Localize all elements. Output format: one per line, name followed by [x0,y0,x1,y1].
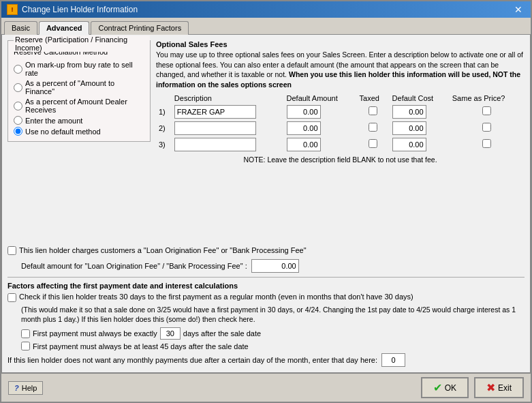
fee-amount-input-1[interactable] [287,105,321,119]
day-of-month-input[interactable] [381,353,405,367]
first-payment-exact-days[interactable] [160,327,181,340]
first-payment-exact-label2: days after the sale date [183,329,261,338]
col-description: Description [172,93,284,104]
fee-same-cell-3 [450,136,525,153]
fee-cost-cell-3 [390,136,450,153]
fees-table: Description Default Amount Taxed Default… [156,93,525,153]
loan-fee-label: This lien holder charges customers a "Lo… [19,246,307,254]
fee-num-1: 1) [156,104,172,120]
fee-taxed-cell-3 [357,136,390,153]
default-amount-input[interactable] [251,259,299,273]
fee-note: NOTE: Leave the description field BLANK … [156,155,525,164]
tab-content: Reserve (Participation / Financing Incom… [1,34,531,373]
bottom-section: This lien holder charges customers a "Lo… [7,246,525,367]
close-button[interactable]: ✕ [512,4,525,15]
exit-button[interactable]: ✖ Exit [474,377,524,398]
window-title: Change Lien Holder Information [22,5,138,14]
radio-enter-amount-label: Enter the amount [25,117,82,125]
main-window: ! Change Lien Holder Information ✕ Basic… [0,0,532,403]
radio-no-default[interactable] [14,127,22,136]
footer: ? Help ✔ OK ✖ Exit [1,373,531,402]
reserve-group-title: Reserve (Participation / Financing Incom… [14,35,150,52]
col-default-amount: Default Amount [284,93,357,104]
factors-check-30-row: Check if this lien holder treats 30 days… [7,293,525,302]
fee-amount-cell-1 [284,104,357,120]
fee-amount-cell-2 [284,120,357,136]
fee-desc-cell-3 [172,136,284,153]
fee-desc-input-3[interactable] [174,138,256,151]
fee-num-2: 2) [156,120,172,136]
first-payment-exact-label1: First payment must always be exactly [33,329,157,338]
fee-amount-input-3[interactable] [287,138,321,151]
app-icon: ! [7,4,18,15]
first-payment-45-row: First payment must always be at least 45… [21,342,525,350]
tab-contract[interactable]: Contract Printing Factors [91,21,189,35]
fee-cost-input-1[interactable] [392,105,426,119]
first-payment-45-check[interactable] [21,342,30,350]
fee-desc-input-2[interactable] [174,121,256,135]
radio-row-1: As a percent of "Amount to Finance" [14,79,144,95]
radio-markup-label: On mark-up from buy rate to sell rate [25,61,144,77]
help-icon: ? [14,384,19,392]
loan-fee-row: This lien holder charges customers a "Lo… [7,246,525,255]
col-num [156,93,172,104]
radio-no-default-label: Use no default method [25,128,101,136]
fee-cost-cell-2 [390,120,450,136]
main-area: Reserve (Participation / Financing Incom… [7,40,525,238]
first-payment-exact-check[interactable] [21,329,30,338]
fee-taxed-cell-2 [357,120,390,136]
optional-fees-section: Optional Sales Fees You may use up to th… [156,40,525,164]
default-amount-label: Default amount for "Loan Origination Fee… [21,262,247,270]
loan-fee-checkbox[interactable] [7,246,16,255]
factors-title: Factors affecting the first payment date… [7,282,525,290]
radio-amount-finance-label: As a percent of "Amount to Finance" [25,79,144,95]
fee-desc-cell-1 [172,104,284,120]
exit-icon: ✖ [486,381,495,394]
fee-amount-cell-3 [284,136,357,153]
fee-num-3: 3) [156,136,172,153]
fee-same-check-2[interactable] [482,123,491,132]
tab-advanced[interactable]: Advanced [39,21,90,35]
radio-enter-amount[interactable] [14,116,22,125]
ok-button[interactable]: ✔ OK [421,377,469,398]
radio-amount-finance[interactable] [14,83,22,92]
radio-row-0: On mark-up from buy rate to sell rate [14,61,144,77]
fee-taxed-check-1[interactable] [369,106,377,115]
fee-cost-input-3[interactable] [392,138,426,151]
factors-note-30: (This would make it so that a sale done … [21,305,525,325]
optional-fees-desc: You may use up to three optional sales f… [156,50,525,90]
help-label: Help [22,384,37,392]
fee-same-check-1[interactable] [482,106,491,115]
fee-row-3: 3) [156,136,525,153]
fee-desc-input-1[interactable] [174,105,256,119]
fee-same-check-3[interactable] [482,139,491,148]
exit-label: Exit [498,383,512,393]
fee-cost-cell-1 [390,104,450,120]
radio-row-3: Enter the amount [14,116,144,125]
factors-check-30-label: Check if this lien holder treats 30 days… [19,293,413,301]
left-panel: Reserve (Participation / Financing Incom… [7,40,151,238]
first-payment-exact-row: First payment must always be exactly day… [21,327,525,340]
fee-taxed-check-2[interactable] [369,123,377,132]
col-same-as-price: Same as Price? [450,93,525,104]
tab-basic[interactable]: Basic [4,21,37,35]
fee-desc-cell-2 [172,120,284,136]
footer-right: ✔ OK ✖ Exit [421,377,524,398]
default-amount-row: Default amount for "Loan Origination Fee… [21,259,525,273]
fee-amount-input-2[interactable] [287,121,321,135]
title-bar-left: ! Change Lien Holder Information [7,4,138,15]
right-panel: Optional Sales Fees You may use up to th… [156,40,525,238]
tab-bar: Basic Advanced Contract Printing Factors [1,18,531,34]
radio-markup[interactable] [14,65,22,74]
radio-amount-dealer[interactable] [14,102,22,110]
fee-row-1: 1) [156,104,525,120]
help-button[interactable]: ? Help [8,381,43,395]
day-of-month-label: If this lien holder does not want any mo… [7,356,377,364]
col-default-cost: Default Cost [390,93,450,104]
fee-cost-input-2[interactable] [392,121,426,135]
factors-check-30[interactable] [7,293,16,302]
fee-taxed-check-3[interactable] [369,139,377,148]
fee-same-cell-2 [450,120,525,136]
radio-amount-dealer-label: As a percent of Amount Dealer Receives [25,98,144,114]
reserve-group: Reserve (Participation / Financing Incom… [7,40,151,142]
